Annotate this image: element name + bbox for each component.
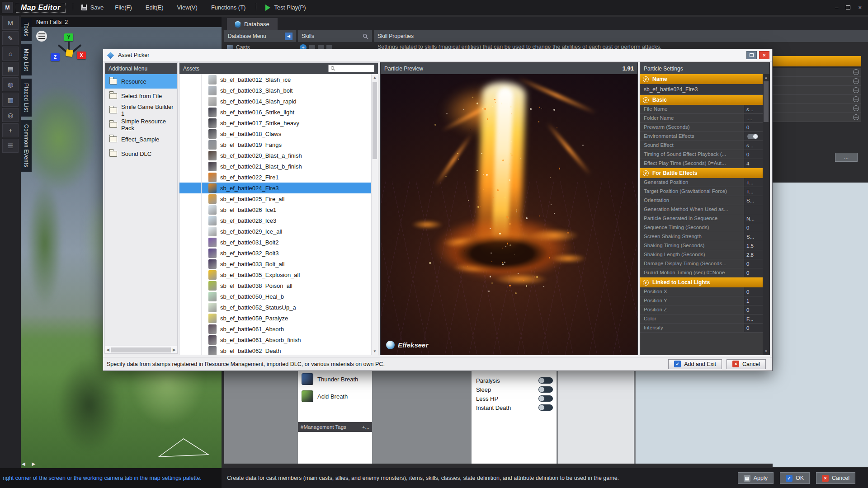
setting-value[interactable]: 0 <box>744 305 763 314</box>
scroll-down-icon[interactable]: ▼ <box>763 349 769 353</box>
asset-item[interactable]: sb_ef_battle018_Claws <box>179 128 371 139</box>
scrollbar-thumb[interactable] <box>373 82 377 159</box>
remove-icon[interactable] <box>853 105 859 111</box>
asset-item[interactable]: sb_ef_battle029_Ice_all <box>179 226 371 237</box>
scroll-down-icon[interactable]: ▼ <box>372 349 378 353</box>
setting-value[interactable]: T... <box>744 178 763 187</box>
asset-item[interactable]: sb_ef_battle031_Bolt2 <box>179 237 371 248</box>
state-toggle[interactable] <box>538 386 553 393</box>
menu-file-f[interactable]: File(F) <box>108 0 139 15</box>
setting-value[interactable]: S... <box>744 196 763 205</box>
asset-item[interactable]: sb_ef_battle014_Slash_rapid <box>179 96 371 107</box>
side-tab-tools[interactable]: Tools <box>21 18 32 41</box>
asset-item[interactable]: sb_ef_battle033_Bolt_all <box>179 258 371 269</box>
horizontal-scrollbar[interactable]: ◀ ▶ <box>105 346 177 353</box>
asset-item[interactable]: sb_ef_battle050_Heal_b <box>179 291 371 302</box>
setting-value[interactable]: 0 <box>744 150 763 159</box>
asset-item[interactable]: sb_ef_battle061_Absorb <box>179 324 371 334</box>
asset-item[interactable]: sb_ef_battle017_Strike_heavy <box>179 117 371 128</box>
asset-item[interactable]: sb_ef_battle021_Blast_b_finish <box>179 161 371 172</box>
setting-value[interactable]: .... <box>744 114 763 122</box>
app-icon[interactable]: M <box>2 2 13 13</box>
setting-value[interactable]: 1 <box>744 296 763 305</box>
asset-item[interactable]: sb_ef_battle024_Fire3 <box>179 183 371 193</box>
scrollbar-thumb[interactable] <box>764 81 769 122</box>
asset-item[interactable]: sb_ef_battle035_Explosion_all <box>179 269 371 280</box>
menu-item-simple-resource-pack[interactable]: Simple Resource Pack <box>105 117 177 132</box>
state-toggle[interactable] <box>538 404 553 411</box>
scrollbar-thumb[interactable] <box>111 347 171 352</box>
list-tool-icon[interactable]: ☰ <box>2 139 19 153</box>
apply-button[interactable]: ▤ Apply <box>738 472 774 484</box>
setting-value[interactable]: F... <box>744 314 763 323</box>
dialog-close-button[interactable]: × <box>759 51 769 59</box>
cancel-button[interactable]: × Cancel <box>816 472 855 484</box>
menu-item-effect-sample[interactable]: Effect_Sample <box>105 132 177 146</box>
add-tag-button[interactable]: +... <box>362 424 369 430</box>
setting-value[interactable]: 0 <box>744 223 763 232</box>
menu-functions-t[interactable]: Functions (T) <box>204 0 253 15</box>
asset-item[interactable]: sb_ef_battle061_Absorb_finish <box>179 334 371 345</box>
terrain-tool-icon[interactable]: ▤ <box>2 62 19 76</box>
scroll-right-icon[interactable]: ▶ <box>173 347 176 352</box>
asset-item[interactable]: sb_ef_battle028_Ice3 <box>179 215 371 226</box>
asset-item[interactable]: sb_ef_battle022_Fire1 <box>179 172 371 183</box>
app-logo-icon[interactable]: M <box>2 16 19 30</box>
menu-item-sound-dlc[interactable]: Sound DLC <box>105 146 177 161</box>
close-button[interactable]: × <box>858 4 862 11</box>
asset-search-input[interactable] <box>328 65 374 72</box>
state-toggle[interactable] <box>538 377 553 384</box>
asset-item[interactable]: sb_ef_battle016_Strike_light <box>179 107 371 117</box>
tab-database[interactable]: Database <box>227 18 278 30</box>
setting-value[interactable]: 0 <box>744 324 763 332</box>
scroll-up-icon[interactable]: ▲ <box>763 75 769 80</box>
setting-value[interactable]: 0 <box>744 259 763 268</box>
sphere-tool-icon[interactable]: ◍ <box>2 77 19 91</box>
save-button[interactable]: Save <box>77 4 108 11</box>
collapse-panel-button[interactable]: ◀ <box>285 33 292 40</box>
gizmo-z-axis[interactable]: Z <box>51 53 60 61</box>
skill-item-thunder-breath[interactable]: Thunder Breath <box>298 371 372 388</box>
asset-item[interactable]: sb_ef_battle013_Slash_bolt <box>179 85 371 96</box>
side-tab-common-events[interactable]: Common Events <box>21 120 32 172</box>
particle-preview-canvas[interactable]: Effekseer <box>381 74 637 355</box>
dialog-restore-button[interactable] <box>746 51 757 59</box>
setting-value[interactable]: S... <box>744 232 763 241</box>
setting-value[interactable]: T... <box>744 187 763 196</box>
draw-tool-icon[interactable]: ✎ <box>2 31 19 45</box>
setting-value[interactable]: 0 <box>744 268 763 277</box>
setting-value[interactable] <box>744 205 763 214</box>
dialog-cancel-button[interactable]: × Cancel <box>726 359 766 369</box>
asset-item[interactable]: sb_ef_battle012_Slash_ice <box>179 74 371 85</box>
setting-value[interactable]: s... <box>744 105 763 113</box>
asset-item[interactable]: sb_ef_battle032_Bolt3 <box>179 248 371 258</box>
search-icon[interactable] <box>363 33 368 39</box>
asset-item[interactable]: sb_ef_battle020_Blast_a_finish <box>179 150 371 161</box>
side-tab-map-list[interactable]: Map List <box>21 44 32 75</box>
vertical-scrollbar[interactable]: ▲ ▼ <box>371 74 378 355</box>
ok-button[interactable]: ✓ OK <box>780 472 810 484</box>
gizmo-y-axis[interactable]: Y <box>64 33 73 41</box>
setting-value[interactable] <box>744 132 763 141</box>
minimize-button[interactable]: – <box>835 4 838 11</box>
maximize-button[interactable] <box>846 5 850 9</box>
test-play-button[interactable]: Test Play(P) <box>260 4 311 11</box>
asset-item[interactable]: sb_ef_battle052_StatusUp_a <box>179 302 371 313</box>
setting-value[interactable]: 0 <box>744 287 763 296</box>
setting-value[interactable]: N... <box>744 214 763 223</box>
remove-icon[interactable] <box>853 78 859 84</box>
remove-icon[interactable] <box>853 96 859 102</box>
asset-item[interactable]: sb_ef_battle038_Poison_all <box>179 280 371 291</box>
map-scroll-arrows[interactable]: ◀ ▶ <box>22 461 38 466</box>
asset-item[interactable]: sb_ef_battle059_Paralyze <box>179 313 371 324</box>
settings-section-header[interactable]: ∨Basic <box>640 95 763 105</box>
menu-item-smile-game-builder-1[interactable]: Smile Game Builder 1 <box>105 103 177 117</box>
gizmo-center[interactable] <box>66 49 73 57</box>
map-title-bar[interactable]: Nem Falls_2 <box>21 17 222 27</box>
asset-item[interactable]: sb_ef_battle026_Ice1 <box>179 204 371 215</box>
skill-item-acid-breath[interactable]: Acid Breath <box>298 388 372 405</box>
remove-icon[interactable] <box>853 87 859 93</box>
management-tags-bar[interactable]: #Management Tags +... <box>298 422 372 432</box>
map-menu-button[interactable] <box>36 31 47 42</box>
settings-section-header[interactable]: ∨For Battle Effects <box>640 168 763 178</box>
